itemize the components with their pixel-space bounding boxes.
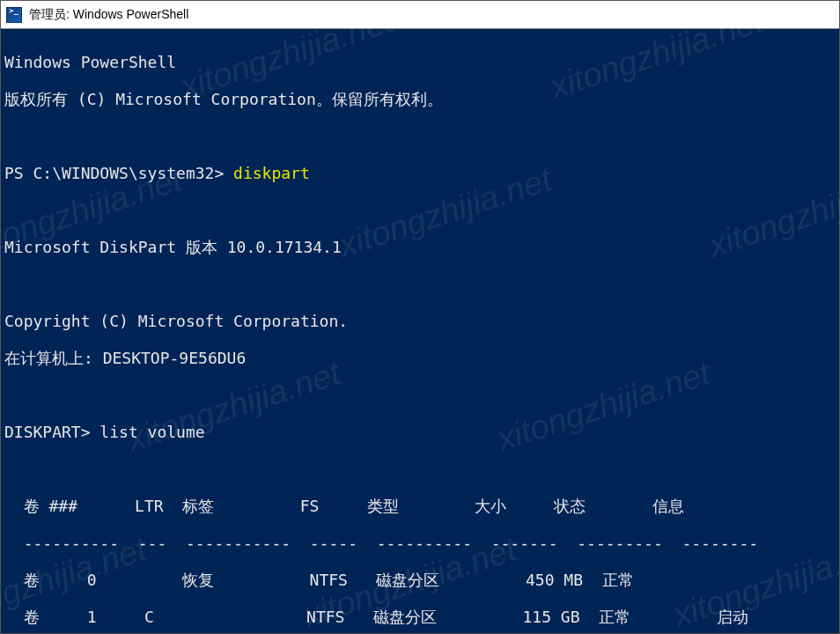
output-line: [4, 127, 836, 145]
powershell-icon: [6, 7, 22, 23]
prompt-line: PS C:\WINDOWS\system32> diskpart: [4, 164, 836, 182]
output-line: Microsoft DiskPart 版本 10.0.17134.1: [4, 238, 836, 256]
output-line: 版权所有 (C) Microsoft Corporation。保留所有权利。: [4, 90, 836, 108]
output-line: [4, 386, 836, 404]
table-row: 卷 1 C NTFS 磁盘分区 115 GB 正常 启动: [4, 608, 836, 626]
window-titlebar[interactable]: 管理员: Windows PowerShell: [1, 1, 839, 29]
ps-prompt: PS C:\WINDOWS\system32>: [4, 164, 233, 182]
output-line: [4, 201, 836, 219]
output-line: [4, 460, 836, 478]
output-line: [4, 275, 836, 293]
prompt-line: DISKPART> list volume: [4, 423, 836, 441]
table-separator: ---------- --- ----------- ----- -------…: [4, 534, 836, 552]
table-row: 卷 0 恢复 NTFS 磁盘分区 450 MB 正常: [4, 571, 836, 589]
command-diskpart: diskpart: [233, 164, 310, 182]
output-line: 在计算机上: DESKTOP-9E56DU6: [4, 349, 836, 367]
terminal-output[interactable]: Windows PowerShell 版权所有 (C) Microsoft Co…: [1, 29, 839, 633]
powershell-window: 管理员: Windows PowerShell Windows PowerShe…: [0, 0, 840, 634]
output-line: Windows PowerShell: [4, 53, 836, 71]
table-header: 卷 ### LTR 标签 FS 类型 大小 状态 信息: [4, 497, 836, 515]
window-title: 管理员: Windows PowerShell: [29, 7, 188, 23]
output-line: Copyright (C) Microsoft Corporation.: [4, 312, 836, 330]
